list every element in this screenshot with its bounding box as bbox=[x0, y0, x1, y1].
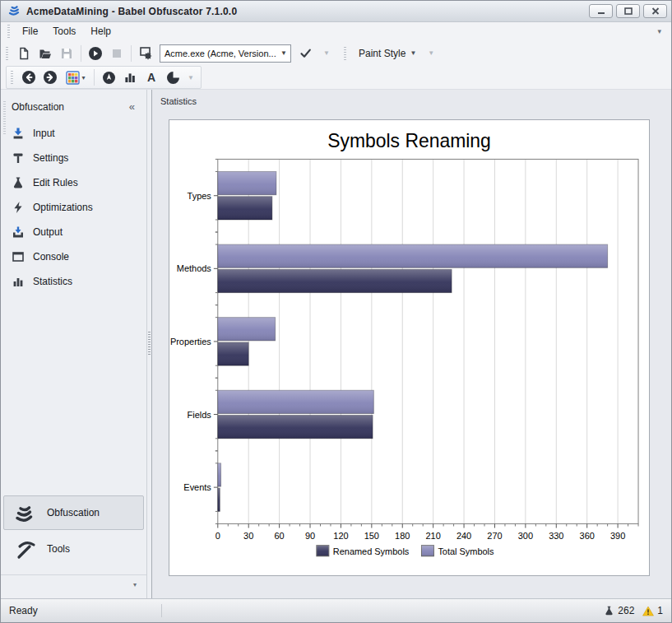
chevron-down-icon: ▼ bbox=[410, 49, 416, 57]
new-project-button[interactable] bbox=[13, 44, 35, 63]
chart-rotate-button[interactable] bbox=[98, 67, 119, 87]
toolbar2-grip[interactable] bbox=[11, 71, 13, 84]
paint-style-label: Paint Style bbox=[359, 48, 406, 59]
toolbar-separator bbox=[131, 45, 132, 62]
main-area: Obfuscation « Input Settings bbox=[1, 90, 671, 598]
paint-style-button[interactable]: Paint Style ▼ bbox=[351, 44, 424, 63]
warnings-badge[interactable]: 1 bbox=[642, 605, 663, 616]
collapse-sidebar-icon[interactable]: « bbox=[129, 103, 135, 111]
pickaxe-icon bbox=[13, 537, 36, 560]
save-button bbox=[56, 44, 77, 63]
toolbar-separator bbox=[94, 69, 95, 86]
status-indicators: 262 1 bbox=[604, 605, 663, 616]
hammer-icon bbox=[12, 151, 25, 165]
svg-text:330: 330 bbox=[549, 531, 563, 541]
sidebar-item-label: Settings bbox=[33, 152, 68, 164]
obfuscation-layers-icon bbox=[13, 501, 36, 524]
new-document-icon bbox=[17, 47, 30, 60]
chart-type-button[interactable] bbox=[119, 67, 141, 87]
check-icon bbox=[299, 47, 312, 59]
color-grid-icon bbox=[66, 71, 80, 85]
statistics-panel: Statistics Symbols RenamingTypesMethodsP… bbox=[152, 90, 671, 598]
svg-text:0: 0 bbox=[216, 531, 220, 541]
run-obfuscation-button[interactable] bbox=[85, 44, 106, 63]
mode-button-obfuscation[interactable]: Obfuscation bbox=[3, 495, 144, 530]
chevron-down-icon: ▾ bbox=[81, 74, 85, 81]
sidebar-item-settings[interactable]: Settings bbox=[1, 146, 146, 170]
sidebar-item-optimizations[interactable]: Optimizations bbox=[1, 195, 146, 220]
svg-text:240: 240 bbox=[456, 531, 471, 541]
divider bbox=[161, 604, 162, 617]
sidebar-header: Obfuscation « bbox=[1, 90, 146, 121]
chart-toolbar-overflow: ▼ bbox=[183, 67, 198, 87]
sidebar-grip[interactable] bbox=[3, 101, 6, 134]
svg-text:180: 180 bbox=[395, 531, 410, 541]
svg-text:Events: Events bbox=[183, 482, 211, 492]
status-message: Ready bbox=[9, 605, 161, 616]
assembly-options-dropdown: ▼ bbox=[316, 44, 337, 63]
open-project-button[interactable] bbox=[35, 44, 56, 63]
chevron-down-icon: ▼ bbox=[188, 74, 194, 81]
back-button[interactable] bbox=[18, 67, 39, 87]
sidebar-item-label: Edit Rules bbox=[33, 177, 78, 188]
close-button[interactable] bbox=[643, 4, 667, 18]
mode-label: Obfuscation bbox=[47, 507, 100, 518]
chart-shape-button[interactable] bbox=[162, 67, 183, 87]
svg-text:270: 270 bbox=[487, 531, 502, 541]
chart-palette-button[interactable]: ▾ bbox=[61, 67, 90, 87]
input-icon bbox=[12, 127, 25, 140]
save-icon bbox=[60, 47, 73, 60]
minimize-button[interactable] bbox=[589, 4, 613, 18]
forward-arrow-icon bbox=[43, 70, 58, 85]
menubar-grip[interactable] bbox=[7, 25, 10, 38]
svg-text:Renamed Symbols: Renamed Symbols bbox=[333, 546, 410, 556]
sidebar-mode-switcher: Obfuscation Tools ▾ bbox=[1, 494, 146, 598]
paint-style-overflow: ▼ bbox=[424, 44, 438, 63]
maximize-button[interactable] bbox=[616, 4, 640, 18]
sidebar-item-label: Input bbox=[33, 128, 55, 139]
stop-icon bbox=[112, 49, 122, 58]
assembly-combobox[interactable]: Acme.exe (Acme, Version... ▼ bbox=[160, 44, 291, 63]
statistics-icon bbox=[12, 275, 25, 288]
assembly-combobox-value: Acme.exe (Acme, Version... bbox=[160, 49, 277, 58]
svg-text:Methods: Methods bbox=[177, 263, 211, 273]
mode-switcher-footer: ▾ bbox=[1, 575, 146, 593]
apply-check-button[interactable] bbox=[294, 44, 316, 63]
font-icon: A bbox=[145, 71, 158, 84]
warnings-count: 1 bbox=[657, 605, 663, 616]
menu-help[interactable]: Help bbox=[83, 23, 118, 40]
paint-toolbar-grip[interactable] bbox=[344, 47, 346, 60]
mode-button-tools[interactable]: Tools bbox=[3, 532, 144, 566]
combobox-dropdown-icon[interactable]: ▼ bbox=[277, 45, 290, 62]
output-icon bbox=[12, 225, 25, 239]
chevron-down-icon[interactable]: ▾ bbox=[133, 581, 137, 588]
svg-text:A: A bbox=[147, 71, 155, 84]
assembly-icon bbox=[139, 46, 153, 60]
sidebar-title: Obfuscation bbox=[12, 101, 64, 113]
toolbar-separator bbox=[81, 45, 81, 62]
sidebar-item-edit-rules[interactable]: Edit Rules bbox=[1, 170, 146, 195]
svg-text:Symbols Renaming: Symbols Renaming bbox=[327, 130, 491, 151]
sidebar-item-console[interactable]: Console bbox=[1, 244, 146, 269]
main-toolbar: Acme.exe (Acme, Version... ▼ ▼ Paint Sty… bbox=[1, 40, 671, 66]
status-bar: Ready 262 1 bbox=[1, 598, 671, 622]
toolbar1-grip[interactable] bbox=[6, 47, 8, 60]
menu-file[interactable]: File bbox=[15, 23, 45, 40]
forward-button[interactable] bbox=[39, 67, 61, 87]
chart-font-button[interactable]: A bbox=[141, 67, 162, 87]
sidebar-item-statistics[interactable]: Statistics bbox=[1, 269, 146, 294]
sidebar-item-label: Console bbox=[33, 251, 69, 263]
sidebar-item-output[interactable]: Output bbox=[1, 220, 146, 244]
svg-text:Total Symbols: Total Symbols bbox=[438, 546, 494, 556]
symbols-count: 262 bbox=[618, 605, 634, 616]
sidebar-item-input[interactable]: Input bbox=[1, 121, 146, 146]
flask-icon bbox=[604, 605, 614, 616]
svg-text:60: 60 bbox=[275, 531, 285, 541]
menubar-overflow-icon[interactable]: ▾ bbox=[652, 26, 666, 37]
menu-tools[interactable]: Tools bbox=[45, 23, 83, 40]
sidebar-splitter[interactable] bbox=[146, 90, 152, 598]
menu-bar: File Tools Help ▾ bbox=[1, 22, 671, 40]
mode-label: Tools bbox=[47, 543, 70, 555]
assembly-button[interactable] bbox=[135, 44, 156, 63]
compass-icon bbox=[102, 71, 116, 85]
